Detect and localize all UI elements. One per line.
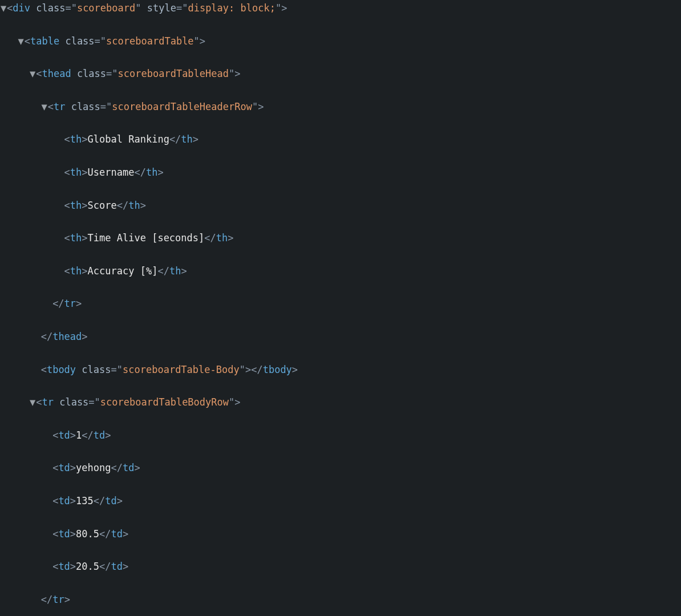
expand-arrow-down-icon[interactable]: ▼ bbox=[29, 394, 36, 411]
tree-line[interactable]: <td>yehong</td> bbox=[0, 460, 681, 476]
expand-arrow-down-icon[interactable]: ▼ bbox=[18, 33, 25, 50]
expand-arrow-down-icon[interactable]: ▼ bbox=[41, 99, 48, 115]
tree-line[interactable]: </thead> bbox=[0, 329, 681, 345]
tree-line[interactable]: </tr> bbox=[0, 591, 681, 608]
tree-line[interactable]: <th>Time Alive [seconds]</th> bbox=[0, 230, 681, 246]
devtools-dom-tree: ▼<div class="scoreboard" style="display:… bbox=[0, 0, 681, 616]
tree-line[interactable]: <td>135</td> bbox=[0, 493, 681, 509]
tree-line[interactable]: ▼<thead class="scoreboardTableHead"> bbox=[0, 66, 681, 82]
tree-line[interactable]: ▼<tr class="scoreboardTableBodyRow"> bbox=[0, 394, 681, 411]
tree-line[interactable]: </tr> bbox=[0, 295, 681, 312]
tree-line[interactable]: <td>20.5</td> bbox=[0, 558, 681, 575]
expand-arrow-down-icon[interactable]: ▼ bbox=[0, 0, 7, 17]
tree-line[interactable]: ▼<tr class="scoreboardTableHeaderRow"> bbox=[0, 99, 681, 115]
tree-line[interactable]: <td>1</td> bbox=[0, 427, 681, 444]
tree-line[interactable]: <th>Username</th> bbox=[0, 164, 681, 181]
tree-line[interactable]: <tbody class="scoreboardTable-Body"></tb… bbox=[0, 362, 681, 378]
expand-arrow-down-icon[interactable]: ▼ bbox=[29, 66, 36, 82]
tree-line[interactable]: <td>80.5</td> bbox=[0, 526, 681, 542]
tree-line[interactable]: ▼<div class="scoreboard" style="display:… bbox=[0, 0, 681, 17]
tree-line[interactable]: <th>Global Ranking</th> bbox=[0, 131, 681, 148]
tree-line[interactable]: ▼<table class="scoreboardTable"> bbox=[0, 33, 681, 50]
tree-line[interactable]: <th>Accuracy [%]</th> bbox=[0, 263, 681, 279]
tree-line[interactable]: <th>Score</th> bbox=[0, 197, 681, 214]
